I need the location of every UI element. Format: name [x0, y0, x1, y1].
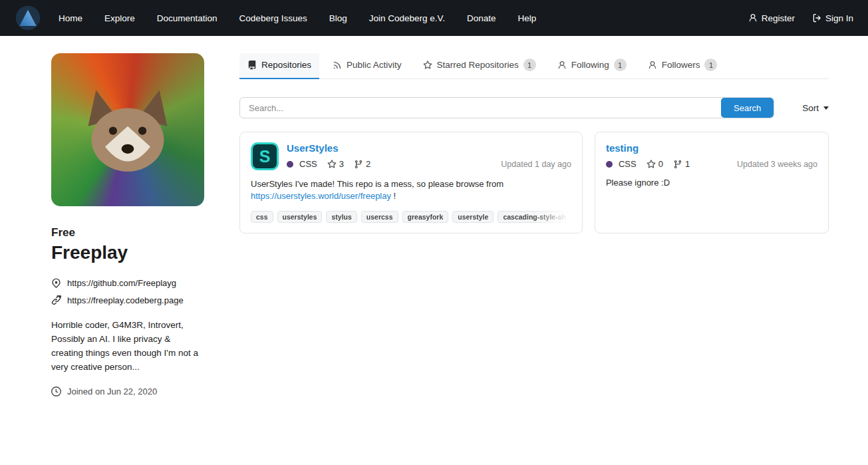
- tab-count-badge: 1: [523, 59, 536, 71]
- topic-tag[interactable]: stylus: [326, 211, 357, 223]
- search-button[interactable]: Search: [721, 98, 774, 118]
- location-pin-icon: [51, 278, 61, 288]
- description-text: Please ignore :D: [606, 178, 670, 188]
- nav-item-donate[interactable]: Donate: [467, 13, 496, 23]
- repo-card-main: testing CSS 0: [606, 142, 817, 169]
- repo-card-head: S UserStyles CSS 3: [251, 142, 571, 170]
- repo-description: Please ignore :D: [606, 177, 817, 189]
- tab-label: Starred Repositories: [437, 60, 519, 70]
- git-branch-icon: [673, 160, 682, 169]
- star-icon: [647, 160, 656, 169]
- star-count: 3: [339, 159, 344, 169]
- language-dot: [606, 161, 613, 168]
- language-dot: [287, 161, 293, 168]
- nav-item-help[interactable]: Help: [518, 13, 537, 23]
- search-input[interactable]: [240, 98, 721, 118]
- fork-count: 2: [366, 159, 370, 169]
- repo-description: UserStyles I've made! This repo is a mes…: [251, 178, 571, 202]
- sort-dropdown[interactable]: Sort: [802, 103, 829, 113]
- description-link[interactable]: https://userstyles.world/user/freeplay: [251, 191, 391, 201]
- git-branch-icon: [354, 160, 363, 169]
- repo-card-testing: testing CSS 0: [595, 132, 829, 233]
- profile-tabs: Repositories Public Activity Starred Rep…: [239, 53, 829, 79]
- topic-tag[interactable]: cascading-style-sh: [498, 211, 571, 223]
- language-label: CSS: [299, 159, 317, 169]
- navbar-account-area: Register Sign In: [748, 13, 853, 23]
- tab-followers[interactable]: Followers 1: [640, 53, 726, 79]
- nav-item-join-codeberg[interactable]: Join Codeberg e.V.: [369, 13, 445, 23]
- nav-item-codeberg-issues[interactable]: Codeberg Issues: [239, 13, 307, 23]
- star-icon: [327, 160, 337, 169]
- repo-topics: css userstyles stylus usercss greasyfork…: [251, 211, 571, 223]
- codeberg-logo[interactable]: [15, 5, 41, 31]
- profile-website-row: https://freeplay.codeberg.page: [51, 295, 204, 305]
- repo-search-group: Search: [239, 97, 774, 118]
- topic-tag[interactable]: usercss: [361, 211, 398, 223]
- topic-tag[interactable]: css: [251, 211, 273, 223]
- profile-joined-row: Joined on Jun 22, 2020: [51, 387, 204, 396]
- repo-stars: 3: [327, 159, 344, 169]
- profile-github-link[interactable]: https://github.com/Freeplayg: [67, 278, 176, 288]
- repo-stars: 0: [647, 159, 663, 169]
- main-nav: Home Explore Documentation Codeberg Issu…: [59, 13, 536, 23]
- tab-label: Public Activity: [347, 60, 402, 70]
- sign-in-icon: [812, 13, 821, 23]
- topic-tag[interactable]: userstyle: [452, 211, 494, 223]
- tab-label: Followers: [662, 60, 700, 70]
- profile-meta: https://github.com/Freeplayg https://fre…: [51, 278, 204, 305]
- tab-repositories[interactable]: Repositories: [239, 53, 319, 79]
- register-label: Register: [762, 13, 795, 23]
- link-icon: [51, 295, 61, 305]
- tab-label: Repositories: [261, 60, 311, 70]
- repo-avatar-letter: S: [259, 147, 271, 166]
- sign-in-label: Sign In: [825, 13, 853, 23]
- language-label: CSS: [619, 159, 637, 169]
- tab-public-activity[interactable]: Public Activity: [325, 53, 410, 79]
- repo-updated: Updated 1 day ago: [501, 160, 571, 169]
- profile-location-row: https://github.com/Freeplayg: [51, 278, 204, 288]
- top-navbar: Home Explore Documentation Codeberg Issu…: [0, 0, 868, 36]
- profile-fullname: Free: [51, 226, 204, 239]
- nav-item-blog[interactable]: Blog: [329, 13, 347, 23]
- topic-tag[interactable]: greasyfork: [402, 211, 449, 223]
- repository-list: S UserStyles CSS 3: [239, 132, 829, 233]
- tab-starred-repositories[interactable]: Starred Repositories 1: [415, 53, 544, 79]
- profile-content: Repositories Public Activity Starred Rep…: [239, 53, 829, 396]
- person-icon: [648, 61, 657, 70]
- tab-label: Following: [571, 60, 609, 70]
- sort-label: Sort: [802, 103, 819, 113]
- nav-item-documentation[interactable]: Documentation: [157, 13, 217, 23]
- repo-toolbar: Search Sort: [239, 97, 829, 118]
- repo-icon: [247, 61, 257, 70]
- topic-tag[interactable]: userstyles: [277, 211, 323, 223]
- tab-following[interactable]: Following 1: [549, 53, 635, 79]
- profile-bio: Horrible coder, G4M3R, Introvert, Possib…: [51, 319, 204, 375]
- repo-forks: 1: [673, 159, 690, 169]
- repo-link-userstyles[interactable]: UserStyles: [287, 142, 339, 154]
- clock-icon: [51, 387, 61, 396]
- repo-card-head: testing CSS 0: [606, 142, 817, 169]
- register-link[interactable]: Register: [748, 13, 795, 23]
- nav-item-home[interactable]: Home: [59, 13, 82, 23]
- star-count: 0: [658, 159, 663, 169]
- profile-username: Freeplay: [51, 242, 204, 263]
- profile-joined-text: Joined on Jun 22, 2020: [67, 387, 157, 396]
- fox-illustration: [71, 77, 184, 190]
- description-suffix: !: [391, 191, 396, 201]
- repo-link-testing[interactable]: testing: [606, 142, 639, 154]
- repo-card-main: UserStyles CSS 3: [287, 142, 571, 170]
- star-icon: [423, 61, 432, 70]
- page-body: Free Freeplay https://github.com/Freepla…: [0, 36, 868, 396]
- nav-item-explore[interactable]: Explore: [104, 13, 135, 23]
- repo-meta-row: CSS 3 2 Updated 1 day ago: [287, 159, 571, 169]
- rss-icon: [333, 61, 342, 70]
- description-text: UserStyles I've made! This repo is a mes…: [251, 179, 504, 189]
- repo-card-userstyles: S UserStyles CSS 3: [239, 132, 583, 233]
- profile-homepage-link[interactable]: https://freeplay.codeberg.page: [67, 295, 184, 305]
- sign-in-link[interactable]: Sign In: [812, 13, 853, 23]
- profile-avatar: [51, 53, 204, 206]
- repo-updated: Updated 3 weeks ago: [737, 160, 817, 169]
- tab-count-badge: 1: [704, 59, 717, 71]
- fork-count: 1: [685, 159, 690, 169]
- tab-count-badge: 1: [614, 59, 627, 71]
